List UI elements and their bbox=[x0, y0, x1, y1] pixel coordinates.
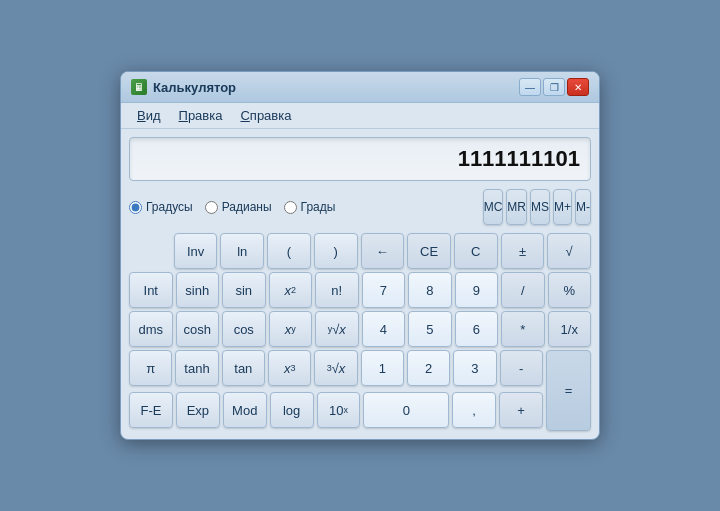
btn-multiply[interactable]: * bbox=[501, 311, 545, 347]
btn-2[interactable]: 2 bbox=[407, 350, 450, 386]
display: 1111111101 bbox=[129, 137, 591, 181]
menu-vid[interactable]: Вид bbox=[129, 105, 169, 126]
btn-cuberoot[interactable]: 3√x bbox=[314, 350, 357, 386]
radio-degrees[interactable]: Градусы bbox=[129, 200, 193, 214]
btn-3[interactable]: 3 bbox=[453, 350, 496, 386]
btn-row-4-inner: πtanhtanx33√x123- bbox=[129, 350, 543, 386]
btn-sqrt[interactable]: √ bbox=[547, 233, 591, 269]
btn-fe[interactable]: F-E bbox=[129, 392, 173, 428]
btn-reciprocal[interactable]: 1/x bbox=[548, 311, 592, 347]
btn-int[interactable]: Int bbox=[129, 272, 173, 308]
btn-pi[interactable]: π bbox=[129, 350, 172, 386]
btn-row-3: dms cosh cos xy y√x 4 5 6 * 1/x bbox=[129, 311, 591, 347]
minimize-button[interactable]: — bbox=[519, 78, 541, 96]
btn-9[interactable]: 9 bbox=[455, 272, 499, 308]
btn-cos[interactable]: cos bbox=[222, 311, 266, 347]
btn-backspace[interactable]: ← bbox=[361, 233, 405, 269]
buttons-area: Inv ln ( ) ← CE C ± √ Int sinh sin x2 n!… bbox=[121, 229, 599, 439]
btn-percent[interactable]: % bbox=[548, 272, 592, 308]
radio-radians[interactable]: Радианы bbox=[205, 200, 272, 214]
window-title: Калькулятор bbox=[153, 80, 236, 95]
btn-row-1: Inv ln ( ) ← CE C ± √ bbox=[129, 233, 591, 269]
btn-c[interactable]: C bbox=[454, 233, 498, 269]
btn-cosh[interactable]: cosh bbox=[176, 311, 220, 347]
btn-mr[interactable]: MR bbox=[506, 189, 527, 225]
btn-mc[interactable]: MC bbox=[483, 189, 504, 225]
menu-pravka[interactable]: Правка bbox=[171, 105, 231, 126]
btn-4[interactable]: 4 bbox=[362, 311, 406, 347]
btn-fact[interactable]: n! bbox=[315, 272, 359, 308]
btn-tan[interactable]: tan bbox=[222, 350, 265, 386]
btn-inv[interactable]: Inv bbox=[174, 233, 218, 269]
calculator-window: 🖩 Калькулятор — ❐ ✕ Вид Правка Справка 1… bbox=[120, 71, 600, 440]
menu-bar: Вид Правка Справка bbox=[121, 103, 599, 129]
btn-row-2: Int sinh sin x2 n! 7 8 9 / % bbox=[129, 272, 591, 308]
btn-close-paren[interactable]: ) bbox=[314, 233, 358, 269]
btn-ln[interactable]: ln bbox=[220, 233, 264, 269]
btn-sinh[interactable]: sinh bbox=[176, 272, 220, 308]
btn-mplus[interactable]: M+ bbox=[553, 189, 572, 225]
menu-spravka[interactable]: Справка bbox=[232, 105, 299, 126]
btn-comma[interactable]: , bbox=[452, 392, 496, 428]
btn-row-5-inner: F-EExpModlog10x0,+ bbox=[129, 392, 543, 428]
btn-ce[interactable]: CE bbox=[407, 233, 451, 269]
btn-mminus[interactable]: M- bbox=[575, 189, 591, 225]
close-button[interactable]: ✕ bbox=[567, 78, 589, 96]
btn-ms[interactable]: MS bbox=[530, 189, 550, 225]
btn-xsq[interactable]: x2 bbox=[269, 272, 313, 308]
btn-equals[interactable]: = bbox=[546, 350, 591, 431]
btn-plus[interactable]: + bbox=[499, 392, 543, 428]
btn-dms[interactable]: dms bbox=[129, 311, 173, 347]
btn-10x[interactable]: 10x bbox=[317, 392, 361, 428]
title-buttons: — ❐ ✕ bbox=[519, 78, 589, 96]
btn-exp[interactable]: Exp bbox=[176, 392, 220, 428]
btn-0[interactable]: 0 bbox=[363, 392, 449, 428]
title-bar: 🖩 Калькулятор — ❐ ✕ bbox=[121, 72, 599, 103]
btn-tanh[interactable]: tanh bbox=[175, 350, 218, 386]
btn-log[interactable]: log bbox=[270, 392, 314, 428]
display-value: 1111111101 bbox=[458, 146, 580, 172]
btn-1[interactable]: 1 bbox=[361, 350, 404, 386]
radio-grads[interactable]: Грады bbox=[284, 200, 336, 214]
btn-divide[interactable]: / bbox=[501, 272, 545, 308]
btn-7[interactable]: 7 bbox=[362, 272, 406, 308]
btn-plusminus[interactable]: ± bbox=[501, 233, 545, 269]
btn-6[interactable]: 6 bbox=[455, 311, 499, 347]
btn-sin[interactable]: sin bbox=[222, 272, 266, 308]
btn-xcube[interactable]: x3 bbox=[268, 350, 311, 386]
btn-xpowy[interactable]: xy bbox=[269, 311, 313, 347]
btn-8[interactable]: 8 bbox=[408, 272, 452, 308]
btn-mod[interactable]: Mod bbox=[223, 392, 267, 428]
btn-minus[interactable]: - bbox=[500, 350, 543, 386]
btn-yrooty[interactable]: y√x bbox=[315, 311, 359, 347]
btn-open-paren[interactable]: ( bbox=[267, 233, 311, 269]
btn-5[interactable]: 5 bbox=[408, 311, 452, 347]
app-icon: 🖩 bbox=[131, 79, 147, 95]
restore-button[interactable]: ❐ bbox=[543, 78, 565, 96]
title-bar-left: 🖩 Калькулятор bbox=[131, 79, 236, 95]
